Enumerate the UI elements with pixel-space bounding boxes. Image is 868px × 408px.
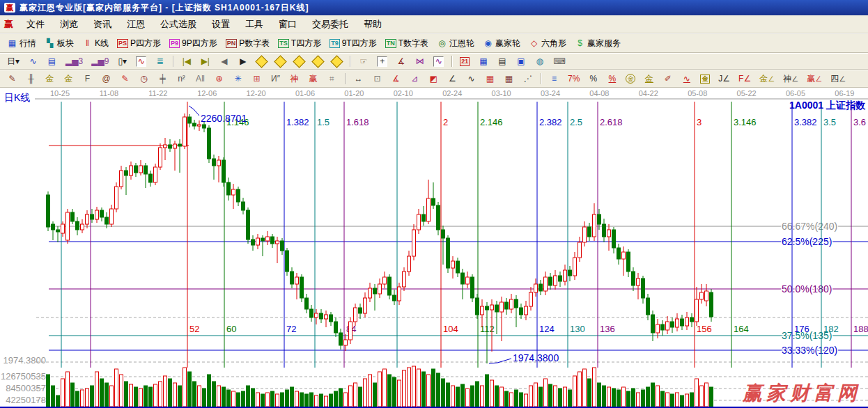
matrix2-tool[interactable]: ▦: [499, 72, 518, 86]
menu-file[interactable]: 文件: [19, 17, 52, 32]
percent-tool[interactable]: %: [584, 72, 603, 86]
boxed-fan2-tool[interactable]: ◩: [424, 72, 443, 86]
calculator-button[interactable]: ▦: [474, 55, 493, 68]
golden-line-tool[interactable]: 金: [640, 72, 658, 86]
9t-square-button[interactable]: T9 9T四方形: [325, 36, 381, 51]
hexagon-button[interactable]: ◇ 六角形: [525, 36, 571, 51]
save-web-button[interactable]: ◍: [530, 55, 549, 68]
golden-grid-tool[interactable]: 金: [40, 72, 59, 86]
purple-draw-button[interactable]: ∿: [429, 55, 448, 68]
info-button[interactable]: ▤: [42, 55, 61, 68]
winner-service-button[interactable]: $ 赢家服务: [571, 36, 625, 51]
price-annotation: 1974.3800: [513, 352, 559, 363]
sectors-button[interactable]: ▚ 板块: [40, 36, 78, 51]
boxed-fan-tool[interactable]: ⊿: [405, 72, 424, 86]
menu-tools[interactable]: 工具: [238, 17, 271, 32]
wave-underline-icon: ∿: [681, 74, 692, 84]
menu-formula-picker[interactable]: 公式选股: [153, 17, 204, 32]
shift-right-button[interactable]: →: [271, 55, 290, 68]
crosshair-button[interactable]: +: [373, 55, 392, 68]
client-button[interactable]: ⌨: [549, 55, 569, 68]
angle-button[interactable]: ∡: [392, 55, 410, 68]
expand-button[interactable]: ↔: [290, 55, 309, 68]
next-bar-button[interactable]: ▶: [233, 55, 252, 68]
p-number-table-button[interactable]: PN P数字表: [222, 36, 274, 51]
candlestick: [310, 309, 313, 317]
pencil-tool[interactable]: ✎: [3, 72, 22, 86]
golden-grid2-tool[interactable]: 金: [59, 72, 78, 86]
last-bar-button[interactable]: ▶|: [196, 55, 215, 68]
percent-level-tool[interactable]: %: [603, 72, 621, 86]
menu-news[interactable]: 资讯: [86, 17, 119, 32]
menu-window[interactable]: 窗口: [271, 17, 304, 32]
period-button[interactable]: 日▾: [3, 55, 24, 68]
prev-bar-button[interactable]: ◀: [215, 55, 233, 68]
kline-button[interactable]: ‖ K线: [78, 36, 113, 51]
candle-type-button[interactable]: ▯▾: [113, 55, 132, 68]
wave-mark-tool[interactable]: И″: [266, 72, 285, 86]
red-pencil-tool[interactable]: ✎: [116, 72, 134, 86]
shift-left-button[interactable]: ←: [252, 55, 271, 68]
save-button[interactable]: ▣: [511, 55, 530, 68]
fibo-f-icon: F: [82, 74, 93, 84]
zigzag-tool[interactable]: ∿: [462, 72, 481, 86]
ying-angle-tool[interactable]: 赢∠: [803, 72, 826, 86]
draw-mode-button[interactable]: ∿: [132, 55, 150, 68]
golden-angle-tool[interactable]: 金∠: [755, 72, 779, 86]
first-bar-button[interactable]: |◀: [177, 55, 196, 68]
gann-tool-button[interactable]: ⋈: [410, 55, 429, 68]
spiral-tool[interactable]: @: [97, 72, 116, 86]
menu-help[interactable]: 帮助: [356, 17, 389, 32]
kline-chart[interactable]: 10-2511-0811-2212-0612-2001-0601-2002-10…: [0, 88, 868, 408]
cycle-tool[interactable]: ◷: [134, 72, 153, 86]
box-tool[interactable]: ⊡: [368, 72, 387, 86]
winner-wheel-button[interactable]: ◉ 赢家轮: [479, 36, 525, 51]
price-dist-button[interactable]: ≣: [150, 55, 169, 68]
channel-tool[interactable]: A‖: [191, 72, 210, 86]
grid-star-tool[interactable]: ⊞: [247, 72, 266, 86]
time-grid-tool[interactable]: ╪: [153, 72, 172, 86]
trend-button[interactable]: ∿: [24, 55, 42, 68]
fibo-tool[interactable]: F: [78, 72, 97, 86]
t-number-table-button[interactable]: TN T数字表: [381, 36, 433, 51]
candlestick: [364, 298, 367, 313]
shen-tool[interactable]: 神: [285, 72, 304, 86]
menu-settings[interactable]: 设置: [204, 17, 238, 32]
t-square-button[interactable]: TS T四方形: [274, 36, 325, 51]
f-angle-tool[interactable]: F∠: [734, 72, 755, 86]
wave-line-tool[interactable]: ∿: [677, 72, 696, 86]
pan-button[interactable]: ☞: [354, 55, 373, 68]
j-angle-tool[interactable]: J∠: [714, 72, 734, 86]
shen-angle-tool[interactable]: 神∠: [779, 72, 803, 86]
width-tool[interactable]: ↔: [349, 72, 368, 86]
fan-tool[interactable]: ∡: [387, 72, 405, 86]
menu-browse[interactable]: 浏览: [52, 17, 86, 32]
starburst-tool[interactable]: ✳: [228, 72, 247, 86]
four-angle-tool[interactable]: 四∠: [826, 72, 850, 86]
menu-gann[interactable]: 江恩: [119, 17, 153, 32]
calendar-button[interactable]: 21: [456, 56, 474, 68]
grid-tool[interactable]: ╫: [22, 72, 40, 86]
marker-tool[interactable]: ✐: [658, 72, 677, 86]
quotes-button[interactable]: ▦ 行情: [3, 36, 40, 51]
gann-circle-tool[interactable]: ⊕: [210, 72, 228, 86]
golden-box-tool[interactable]: 金: [696, 73, 714, 85]
chart3-button[interactable]: ▂▅3: [61, 55, 87, 68]
p-square-button[interactable]: PS P四方形: [113, 36, 165, 51]
n2-tool[interactable]: n²: [172, 72, 191, 86]
menu-trade[interactable]: 交易委托: [304, 17, 356, 32]
percent-line-tool[interactable]: 7%: [564, 72, 584, 86]
band-tool[interactable]: ≡: [545, 72, 564, 86]
compress-button[interactable]: ✛: [309, 55, 327, 68]
notes-button[interactable]: ▤: [493, 55, 511, 68]
parallel-tool[interactable]: ⋰: [518, 72, 537, 86]
matrix-tool[interactable]: ▦: [481, 72, 499, 86]
ruler-tool[interactable]: ⌗: [323, 72, 341, 86]
rays-tool[interactable]: ∠: [443, 72, 462, 86]
9p-square-button[interactable]: P9 9P四方形: [165, 36, 222, 51]
golden-circle-tool[interactable]: 金: [621, 72, 640, 85]
gann-wheel-button[interactable]: ◎ 江恩轮: [433, 36, 479, 51]
ying-tool[interactable]: 赢: [304, 72, 323, 86]
fit-button[interactable]: ✳: [327, 55, 346, 68]
chart9-button[interactable]: ▂▅9: [87, 55, 113, 68]
